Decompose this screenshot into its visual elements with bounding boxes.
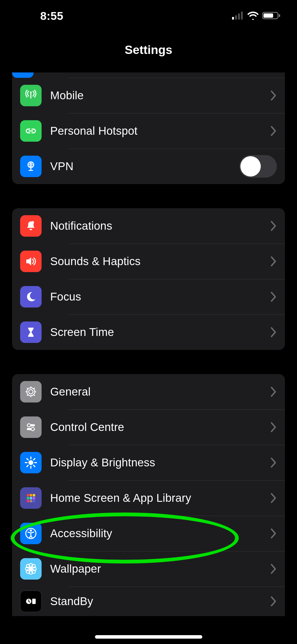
svg-point-7 [30, 92, 32, 93]
status-bar: 8:55 [0, 0, 297, 32]
svg-point-15 [31, 427, 34, 431]
list-item-focus[interactable]: Focus [12, 279, 285, 314]
svg-rect-0 [232, 17, 234, 20]
list-item-partial[interactable] [12, 72, 285, 78]
chevron-right-icon [270, 126, 277, 136]
svg-point-10 [29, 390, 33, 394]
settings-content: Mobile Personal Hotspot [0, 72, 297, 644]
status-time: 8:55 [40, 10, 63, 23]
vpn-toggle[interactable] [239, 155, 277, 178]
speaker-icon [20, 251, 42, 272]
svg-rect-5 [263, 13, 273, 18]
svg-rect-25 [33, 500, 35, 502]
svg-point-11 [27, 388, 35, 396]
row-label: Focus [50, 290, 270, 303]
chevron-right-icon [270, 493, 277, 503]
svg-rect-3 [241, 12, 243, 20]
gear-icon [20, 381, 42, 402]
list-item-accessibility[interactable]: Accessibility [12, 516, 285, 551]
globe-stand-icon [20, 156, 42, 177]
chevron-right-icon [270, 457, 277, 468]
chevron-right-icon [270, 386, 277, 397]
row-label: Wallpaper [50, 562, 270, 575]
row-label: VPN [50, 160, 239, 173]
row-label: Accessibility [50, 527, 270, 540]
svg-rect-6 [279, 14, 280, 17]
nav-header: Settings [0, 43, 297, 57]
accessibility-icon [20, 523, 42, 544]
wifi-icon [247, 11, 259, 21]
row-label: Personal Hotspot [50, 125, 270, 137]
row-label: Control Centre [50, 421, 270, 434]
list-item-screen-time[interactable]: Screen Time [12, 314, 285, 350]
list-item-control-centre[interactable]: Control Centre [12, 409, 285, 445]
row-label: Home Screen & App Library [50, 492, 270, 504]
svg-rect-19 [33, 494, 35, 496]
section-general: General Control Centre [12, 374, 285, 616]
clock-card-icon [20, 591, 42, 612]
svg-point-16 [28, 460, 33, 465]
home-indicator[interactable] [95, 635, 202, 639]
row-label: General [50, 385, 270, 398]
svg-rect-17 [27, 494, 29, 496]
svg-point-9 [31, 221, 34, 224]
svg-rect-2 [238, 13, 240, 20]
status-icons [232, 11, 281, 21]
chevron-right-icon [270, 90, 277, 101]
chevron-right-icon [270, 221, 277, 231]
list-item-home-screen[interactable]: Home Screen & App Library [12, 480, 285, 516]
list-item-mobile[interactable]: Mobile [12, 78, 285, 113]
chevron-right-icon [270, 422, 277, 433]
svg-rect-38 [32, 599, 36, 604]
svg-rect-18 [30, 494, 32, 496]
sliders-icon [20, 416, 42, 438]
cellular-signal-icon [232, 12, 244, 21]
unknown-icon [12, 72, 34, 78]
svg-point-28 [30, 568, 32, 570]
flower-icon [20, 558, 42, 580]
svg-point-27 [30, 529, 32, 532]
svg-rect-21 [30, 497, 32, 499]
toggle-knob [240, 156, 261, 177]
bell-icon [20, 215, 42, 237]
page-title: Settings [0, 43, 297, 57]
chevron-right-icon [270, 528, 277, 539]
chevron-right-icon [270, 564, 277, 574]
svg-rect-1 [235, 15, 237, 20]
row-label: Mobile [50, 89, 270, 102]
chevron-right-icon [270, 256, 277, 267]
antenna-icon [20, 85, 42, 106]
link-icon [20, 120, 42, 142]
row-label: Notifications [50, 219, 270, 232]
svg-rect-24 [30, 500, 32, 502]
row-label: StandBy [50, 595, 270, 608]
section-alerts: Notifications Sounds & Haptics [12, 208, 285, 350]
list-item-wallpaper[interactable]: Wallpaper [12, 551, 285, 587]
list-item-display-brightness[interactable]: Display & Brightness [12, 445, 285, 480]
row-label: Screen Time [50, 326, 270, 339]
section-connectivity: Mobile Personal Hotspot [12, 72, 285, 184]
list-item-standby[interactable]: StandBy [12, 587, 285, 616]
svg-point-13 [27, 424, 31, 427]
moon-icon [20, 286, 42, 308]
chevron-right-icon [270, 327, 277, 338]
row-label: Sounds & Haptics [50, 255, 270, 268]
list-item-personal-hotspot[interactable]: Personal Hotspot [12, 113, 285, 149]
list-item-general[interactable]: General [12, 374, 285, 409]
list-item-vpn[interactable]: VPN [12, 149, 285, 184]
battery-icon [262, 11, 281, 21]
hourglass-icon [20, 321, 42, 343]
svg-rect-22 [33, 497, 35, 499]
svg-rect-20 [27, 497, 29, 499]
list-item-notifications[interactable]: Notifications [12, 208, 285, 244]
list-item-sounds-haptics[interactable]: Sounds & Haptics [12, 244, 285, 279]
sun-icon [20, 452, 42, 473]
chevron-right-icon [270, 291, 277, 302]
app-grid-icon [20, 487, 42, 509]
chevron-right-icon [270, 596, 277, 607]
svg-rect-23 [27, 500, 29, 502]
row-label: Display & Brightness [50, 456, 270, 469]
